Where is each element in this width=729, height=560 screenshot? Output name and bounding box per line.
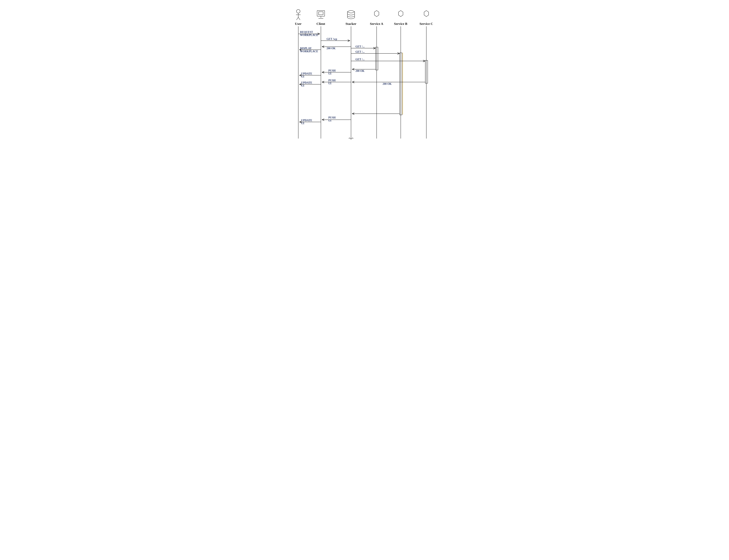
label-push-ui-3: PUSH UI bbox=[328, 116, 335, 122]
svg-point-0 bbox=[296, 9, 300, 13]
actor-label-user: User bbox=[295, 22, 301, 26]
actor-label-service-c: Service C bbox=[420, 22, 433, 26]
actor-label-service-b: Service B bbox=[394, 22, 408, 26]
service-b-icon bbox=[399, 11, 403, 17]
label-request-workplace: REQUEST WORKPLACE bbox=[300, 31, 318, 37]
label-200-ok-c: 200 OK bbox=[383, 83, 392, 86]
label-get-c: GET /... bbox=[355, 58, 365, 61]
label-update-ui-1: UPDATE UI bbox=[301, 72, 312, 78]
label-get-b: GET /... bbox=[355, 50, 365, 53]
actor-label-client: Client bbox=[316, 22, 325, 26]
label-get-wp: GET /wp bbox=[326, 38, 337, 41]
svg-rect-5 bbox=[317, 11, 325, 16]
user-icon bbox=[296, 9, 300, 20]
actor-label-service-a: Service A bbox=[370, 22, 383, 26]
label-update-ui-3: UPDATE UI bbox=[301, 119, 312, 125]
label-200-ok-a: 200 OK bbox=[355, 70, 364, 73]
service-a-icon bbox=[375, 11, 379, 17]
label-display-workplace: DISPLAY WORKPLACE bbox=[300, 47, 318, 53]
actor-label-stacker: Stacker bbox=[345, 22, 356, 26]
sequence-diagram: User Client Stacker Service A Service B … bbox=[271, 0, 458, 145]
client-icon bbox=[317, 11, 325, 18]
label-update-ui-2: UPDATE UI bbox=[301, 81, 312, 87]
label-200-ok-wp: 200 OK bbox=[326, 47, 335, 50]
svg-line-4 bbox=[298, 17, 300, 20]
svg-rect-6 bbox=[318, 12, 323, 15]
service-c-icon bbox=[424, 11, 429, 17]
label-push-ui-1: PUSH UI bbox=[328, 69, 335, 75]
label-push-ui-2: PUSH UI bbox=[328, 79, 335, 85]
svg-line-3 bbox=[296, 17, 298, 20]
stacker-icon bbox=[347, 11, 354, 19]
label-get-a: GET /... bbox=[355, 45, 365, 48]
